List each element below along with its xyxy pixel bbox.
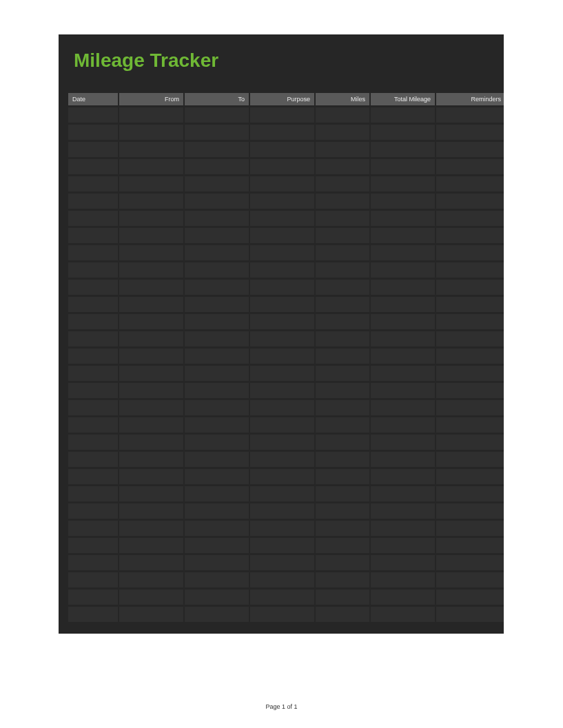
table-cell[interactable]	[250, 142, 314, 157]
table-cell[interactable]	[185, 211, 249, 226]
table-cell[interactable]	[68, 400, 118, 415]
table-cell[interactable]	[371, 142, 435, 157]
table-cell[interactable]	[250, 280, 314, 295]
table-cell[interactable]	[436, 435, 504, 450]
table-cell[interactable]	[185, 538, 249, 553]
table-cell[interactable]	[436, 572, 504, 587]
table-cell[interactable]	[436, 331, 504, 346]
table-cell[interactable]	[68, 572, 118, 587]
table-cell[interactable]	[436, 486, 504, 501]
table-cell[interactable]	[119, 280, 183, 295]
table-cell[interactable]	[436, 297, 504, 312]
table-cell[interactable]	[250, 521, 314, 536]
table-cell[interactable]	[185, 521, 249, 536]
table-cell[interactable]	[68, 383, 118, 398]
table-cell[interactable]	[68, 280, 118, 295]
table-cell[interactable]	[68, 297, 118, 312]
table-cell[interactable]	[371, 590, 435, 605]
table-cell[interactable]	[316, 262, 369, 278]
table-cell[interactable]	[436, 590, 504, 605]
table-cell[interactable]	[119, 417, 183, 433]
table-cell[interactable]	[185, 555, 249, 570]
table-cell[interactable]	[371, 607, 435, 622]
table-cell[interactable]	[371, 194, 435, 209]
table-cell[interactable]	[371, 159, 435, 174]
column-header-reminders[interactable]: Reminders	[436, 93, 504, 105]
table-cell[interactable]	[250, 486, 314, 501]
table-cell[interactable]	[68, 538, 118, 553]
table-cell[interactable]	[250, 607, 314, 622]
table-cell[interactable]	[250, 228, 314, 243]
table-cell[interactable]	[185, 349, 249, 364]
table-cell[interactable]	[68, 521, 118, 536]
table-cell[interactable]	[316, 521, 369, 536]
table-cell[interactable]	[371, 417, 435, 433]
table-cell[interactable]	[119, 314, 183, 329]
table-cell[interactable]	[119, 607, 183, 622]
table-cell[interactable]	[316, 538, 369, 553]
table-cell[interactable]	[68, 228, 118, 243]
table-cell[interactable]	[316, 107, 369, 123]
table-cell[interactable]	[436, 142, 504, 157]
table-cell[interactable]	[68, 469, 118, 484]
table-cell[interactable]	[250, 503, 314, 519]
table-cell[interactable]	[250, 262, 314, 278]
table-cell[interactable]	[371, 521, 435, 536]
table-cell[interactable]	[371, 503, 435, 519]
table-cell[interactable]	[316, 366, 369, 381]
table-cell[interactable]	[436, 245, 504, 260]
table-cell[interactable]	[250, 349, 314, 364]
table-cell[interactable]	[119, 331, 183, 346]
table-cell[interactable]	[316, 469, 369, 484]
table-cell[interactable]	[250, 297, 314, 312]
table-cell[interactable]	[119, 435, 183, 450]
table-cell[interactable]	[250, 417, 314, 433]
table-cell[interactable]	[436, 538, 504, 553]
table-cell[interactable]	[436, 417, 504, 433]
table-cell[interactable]	[316, 383, 369, 398]
table-cell[interactable]	[371, 486, 435, 501]
table-cell[interactable]	[119, 125, 183, 140]
table-cell[interactable]	[371, 262, 435, 278]
table-cell[interactable]	[371, 228, 435, 243]
table-cell[interactable]	[68, 107, 118, 123]
table-cell[interactable]	[119, 486, 183, 501]
table-cell[interactable]	[185, 400, 249, 415]
table-cell[interactable]	[68, 607, 118, 622]
table-cell[interactable]	[250, 211, 314, 226]
table-cell[interactable]	[119, 159, 183, 174]
table-cell[interactable]	[119, 400, 183, 415]
table-cell[interactable]	[250, 555, 314, 570]
table-cell[interactable]	[119, 142, 183, 157]
table-cell[interactable]	[316, 245, 369, 260]
table-cell[interactable]	[436, 400, 504, 415]
table-cell[interactable]	[68, 590, 118, 605]
table-cell[interactable]	[371, 349, 435, 364]
table-cell[interactable]	[68, 314, 118, 329]
column-header-from[interactable]: From	[119, 93, 183, 105]
table-cell[interactable]	[371, 245, 435, 260]
table-cell[interactable]	[119, 555, 183, 570]
table-cell[interactable]	[316, 486, 369, 501]
column-header-to[interactable]: To	[185, 93, 249, 105]
table-cell[interactable]	[371, 400, 435, 415]
table-cell[interactable]	[185, 125, 249, 140]
table-cell[interactable]	[250, 590, 314, 605]
table-cell[interactable]	[436, 383, 504, 398]
column-header-total-mileage[interactable]: Total Mileage	[371, 93, 435, 105]
table-cell[interactable]	[436, 228, 504, 243]
table-cell[interactable]	[68, 417, 118, 433]
table-cell[interactable]	[316, 435, 369, 450]
table-cell[interactable]	[436, 262, 504, 278]
table-cell[interactable]	[371, 125, 435, 140]
table-cell[interactable]	[250, 159, 314, 174]
table-cell[interactable]	[436, 366, 504, 381]
table-cell[interactable]	[316, 211, 369, 226]
table-cell[interactable]	[119, 349, 183, 364]
table-cell[interactable]	[371, 331, 435, 346]
table-cell[interactable]	[371, 572, 435, 587]
table-cell[interactable]	[119, 211, 183, 226]
table-cell[interactable]	[185, 159, 249, 174]
table-cell[interactable]	[185, 486, 249, 501]
table-cell[interactable]	[119, 521, 183, 536]
